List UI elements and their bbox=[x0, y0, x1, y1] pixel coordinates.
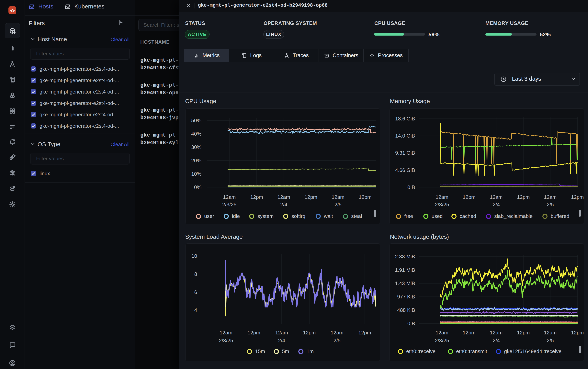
svg-text:50%: 50% bbox=[191, 117, 201, 123]
svg-text:10%: 10% bbox=[191, 171, 201, 177]
svg-text:12pm: 12pm bbox=[303, 330, 316, 336]
svg-text:12am: 12am bbox=[330, 330, 343, 336]
svg-text:1.43 MiB: 1.43 MiB bbox=[395, 280, 415, 286]
svg-text:488 KiB: 488 KiB bbox=[397, 307, 415, 313]
svg-text:2/5: 2/5 bbox=[547, 202, 554, 207]
svg-text:14.0 GiB: 14.0 GiB bbox=[395, 133, 415, 139]
svg-text:12am: 12am bbox=[219, 330, 232, 336]
svg-text:2/3/25: 2/3/25 bbox=[222, 202, 237, 207]
svg-text:12am: 12am bbox=[435, 330, 448, 336]
svg-text:12am: 12am bbox=[331, 194, 344, 200]
svg-text:30%: 30% bbox=[191, 144, 201, 150]
svg-text:2/5: 2/5 bbox=[334, 202, 341, 207]
svg-text:4.66 GiB: 4.66 GiB bbox=[395, 167, 415, 173]
svg-text:12pm: 12pm bbox=[571, 194, 584, 200]
svg-text:2/4: 2/4 bbox=[278, 338, 285, 343]
svg-text:12am: 12am bbox=[435, 194, 448, 200]
svg-text:12am: 12am bbox=[490, 330, 503, 336]
svg-text:6: 6 bbox=[194, 289, 197, 295]
svg-text:12pm: 12pm bbox=[571, 330, 584, 336]
svg-text:9.31 GiB: 9.31 GiB bbox=[395, 150, 415, 156]
svg-text:2/4: 2/4 bbox=[493, 202, 500, 207]
svg-text:2/5: 2/5 bbox=[333, 338, 340, 343]
svg-text:40%: 40% bbox=[191, 131, 201, 137]
svg-text:18.6 GiB: 18.6 GiB bbox=[395, 116, 415, 122]
svg-text:2/3/25: 2/3/25 bbox=[435, 338, 449, 343]
svg-text:2/4: 2/4 bbox=[280, 202, 287, 207]
svg-text:12pm: 12pm bbox=[250, 194, 263, 200]
svg-text:8: 8 bbox=[194, 271, 197, 277]
svg-text:12am: 12am bbox=[275, 330, 288, 336]
svg-text:2/5: 2/5 bbox=[547, 338, 554, 343]
svg-text:0%: 0% bbox=[194, 184, 201, 190]
svg-text:12pm: 12pm bbox=[358, 330, 371, 336]
svg-text:12pm: 12pm bbox=[359, 194, 371, 200]
svg-text:12pm: 12pm bbox=[463, 330, 475, 336]
svg-text:1.91 MiB: 1.91 MiB bbox=[395, 267, 415, 273]
svg-text:0 B: 0 B bbox=[407, 184, 415, 190]
svg-text:977 KiB: 977 KiB bbox=[397, 294, 415, 300]
svg-text:0 B: 0 B bbox=[407, 320, 415, 326]
svg-text:12pm: 12pm bbox=[304, 194, 317, 200]
svg-text:12pm: 12pm bbox=[517, 194, 530, 200]
svg-text:12am: 12am bbox=[544, 194, 557, 200]
svg-text:12am: 12am bbox=[544, 330, 557, 336]
svg-text:10: 10 bbox=[191, 253, 197, 259]
svg-text:12am: 12am bbox=[223, 194, 236, 200]
svg-text:2/3/25: 2/3/25 bbox=[219, 338, 233, 343]
svg-text:4: 4 bbox=[194, 307, 197, 313]
svg-text:12pm: 12pm bbox=[517, 330, 530, 336]
svg-text:2.38 MiB: 2.38 MiB bbox=[395, 254, 415, 260]
svg-text:2/4: 2/4 bbox=[493, 338, 500, 343]
svg-text:12pm: 12pm bbox=[248, 330, 260, 336]
svg-text:12pm: 12pm bbox=[463, 194, 475, 200]
svg-text:20%: 20% bbox=[191, 158, 201, 164]
svg-text:2/3/25: 2/3/25 bbox=[435, 202, 449, 207]
svg-text:12am: 12am bbox=[490, 194, 503, 200]
svg-text:12am: 12am bbox=[277, 194, 290, 200]
